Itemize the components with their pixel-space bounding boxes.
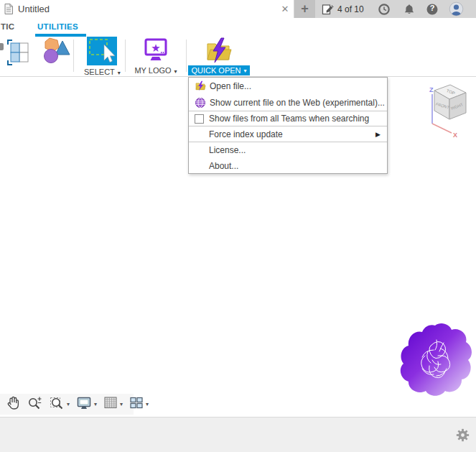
chevron-down-icon[interactable]: ▾ [146, 401, 149, 407]
menu-item-label: Force index update [209, 129, 283, 139]
zoom-window-icon [50, 396, 65, 413]
menu-item-label: Show current file on the Web (experiment… [210, 98, 385, 108]
navigation-bar: ▾ ▾ ▾ [0, 394, 134, 415]
tab-utilities[interactable]: UTILITIES [37, 22, 78, 31]
chevron-down-icon: ▾ [118, 70, 121, 76]
clock-icon [378, 3, 391, 16]
close-tab-button[interactable]: ✕ [277, 0, 293, 18]
table-tool-button[interactable] [6, 37, 34, 70]
title-bar: Untitled ✕ + 4 of 10 [0, 0, 476, 18]
chevron-down-icon[interactable]: ▾ [67, 401, 70, 407]
zoom-button[interactable] [26, 395, 44, 414]
chevron-down-icon: ▾ [174, 68, 177, 75]
menu-item-label: License... [209, 145, 246, 155]
document-icon [4, 3, 14, 15]
menu-item-about[interactable]: About... [189, 158, 387, 173]
pan-button[interactable] [4, 395, 22, 414]
viewports-icon [129, 396, 144, 412]
select-label: SELECT▾ [84, 68, 121, 76]
help-button[interactable]: ? [424, 0, 441, 18]
document-tab[interactable]: Untitled ✕ [0, 0, 294, 18]
select-cursor-icon [87, 37, 117, 65]
status-bar [0, 417, 476, 452]
grid-icon [103, 396, 118, 412]
my-logo-monitor-icon: ★ [142, 37, 169, 64]
edit-version-icon [322, 3, 335, 16]
settings-gear-button[interactable] [456, 428, 470, 445]
my-logo-label: MY LOGO▾ [134, 66, 177, 75]
chevron-down-icon: ▾ [244, 68, 247, 74]
quick-open-tool-button[interactable] [204, 37, 233, 67]
grid-settings-button[interactable] [102, 395, 119, 414]
menu-item-force-index-update[interactable]: Force index update ▶ [189, 126, 387, 142]
z-axis-label: Z [429, 86, 434, 93]
shapes-tool-button[interactable] [39, 36, 70, 70]
pan-hand-icon [6, 395, 20, 413]
clipped-tool-icon [0, 41, 4, 54]
menu-item-open-file[interactable]: Open file... [189, 78, 387, 94]
zoom-window-button[interactable] [48, 395, 66, 414]
table-grid-icon [6, 37, 34, 70]
chevron-down-icon[interactable]: ▾ [94, 401, 97, 407]
version-badge-label: 4 of 10 [337, 4, 364, 14]
notifications-button[interactable] [401, 0, 418, 18]
display-monitor-icon [76, 396, 92, 413]
zoom-magnifier-icon [27, 396, 42, 413]
new-tab-button[interactable]: + [294, 0, 315, 18]
canvas-flower-object[interactable] [396, 318, 476, 402]
chevron-down-icon[interactable]: ▾ [120, 401, 123, 407]
menu-item-label: Open file... [210, 81, 251, 91]
toolbar-separator [186, 40, 187, 72]
select-tool-button[interactable]: SELECT▾ [84, 37, 121, 76]
view-cube[interactable]: Z X TOP FRONT RIGHT [414, 80, 476, 147]
svg-text:★: ★ [151, 42, 160, 55]
quick-open-folder-bolt-icon [204, 37, 233, 67]
bell-icon [403, 3, 416, 16]
menu-item-label: Show files from all Teams when searching [209, 114, 369, 124]
teams-filter-checkbox[interactable] [195, 114, 204, 124]
help-icon: ? [426, 3, 439, 16]
flower-blob [401, 323, 472, 396]
menu-item-teams-filter[interactable]: Show files from all Teams when searching [189, 111, 387, 126]
submenu-arrow-icon: ▶ [375, 131, 381, 138]
avatar[interactable] [447, 0, 465, 18]
open-file-icon [194, 80, 206, 91]
quick-open-menu: Open file... Show current file on the We… [188, 77, 388, 174]
app-window: Untitled ✕ + 4 of 10 [0, 0, 476, 452]
shapes-icon [39, 36, 70, 70]
web-globe-icon [194, 97, 206, 109]
document-title: Untitled [18, 4, 50, 14]
ribbon-toolbar: TIC UTILITIES [0, 18, 476, 77]
toolbar-separator [73, 40, 74, 72]
help-glyph: ? [426, 4, 439, 12]
user-avatar-icon [449, 1, 464, 17]
quick-open-label-button[interactable]: QUICK OPEN▾ [188, 65, 250, 75]
notification-center-button[interactable] [375, 0, 393, 18]
display-settings-button[interactable] [75, 395, 93, 414]
viewports-button[interactable] [128, 395, 145, 414]
menu-item-show-on-web[interactable]: Show current file on the Web (experiment… [189, 94, 387, 111]
menu-item-label: About... [209, 161, 238, 171]
tab-partial-left[interactable]: TIC [1, 22, 14, 31]
menu-item-license[interactable]: License... [189, 142, 387, 158]
my-logo-tool-button[interactable]: ★ MY LOGO▾ [131, 37, 181, 75]
toolbar-separator [125, 40, 126, 72]
version-badge[interactable]: 4 of 10 [322, 0, 364, 18]
x-axis-label: X [453, 132, 457, 139]
